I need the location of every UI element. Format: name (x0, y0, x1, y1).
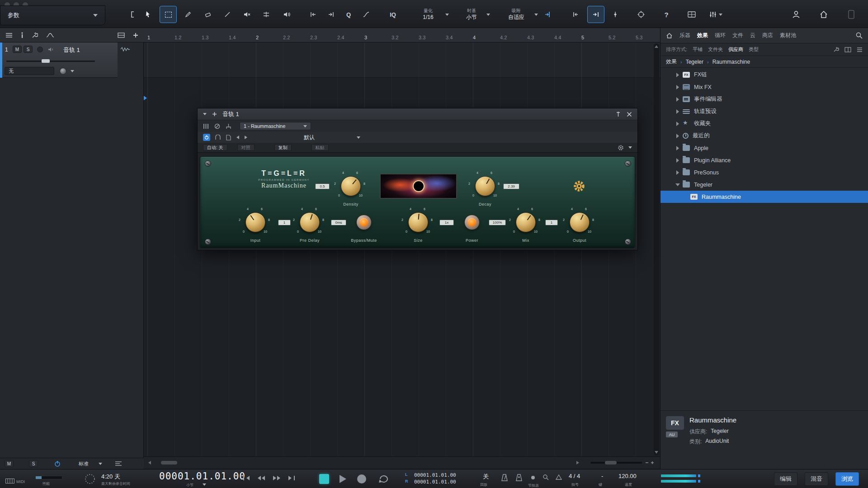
sort-option[interactable]: 平铺 (693, 46, 703, 53)
preset-dropdown[interactable]: 默认 (266, 134, 352, 141)
global-mute-button[interactable]: M (5, 460, 14, 467)
key-value[interactable]: - (601, 473, 603, 479)
tree-item-tegeler[interactable]: Tegeler (660, 178, 868, 191)
mix-value[interactable]: 100% (489, 220, 506, 225)
ruler[interactable]: 11.21.31.422.22.32.433.23.33.444.24.34.4… (144, 28, 660, 42)
copy-button[interactable]: 复制 (274, 144, 292, 151)
size-knob[interactable]: 0246810 (401, 205, 435, 239)
record-button[interactable] (357, 474, 366, 483)
bypass-all-icon[interactable] (214, 123, 220, 129)
pencil-tool-button[interactable] (179, 6, 197, 23)
input-value[interactable]: 1 (278, 220, 291, 225)
disclosure-triangle-icon[interactable] (676, 122, 679, 126)
tree-item-plugin-alliance[interactable]: Plugin Alliance (660, 154, 868, 166)
predelay-value[interactable]: 0ms (331, 220, 346, 225)
add-track-icon[interactable] (133, 33, 138, 38)
record-arm-button[interactable] (37, 47, 43, 52)
scroll-left-icon[interactable] (147, 460, 152, 465)
track-name[interactable]: 音轨 1 (63, 46, 80, 54)
snap-mode-dropdown[interactable]: 吸附 自适应 (495, 5, 541, 23)
track-list-options-icon[interactable] (115, 461, 122, 466)
disclosure-triangle-icon[interactable] (676, 158, 679, 163)
scroll-up-icon[interactable] (654, 44, 659, 49)
user-account-button[interactable] (788, 6, 805, 23)
play-button[interactable] (338, 474, 347, 484)
plugin-slot-dropdown[interactable]: 1 - Raummaschine (240, 122, 311, 130)
disclosure-triangle-icon[interactable] (675, 183, 680, 186)
scroll-down-icon[interactable] (654, 450, 659, 455)
loop-button[interactable] (378, 474, 390, 484)
input-activity-icon[interactable] (530, 474, 536, 481)
chevron-down-icon[interactable] (99, 463, 102, 465)
breadcrumb-item[interactable]: Raummaschine (712, 59, 750, 65)
window-menu-icon[interactable] (203, 113, 207, 115)
eraser-tool-button[interactable] (199, 6, 217, 23)
scroll-right-icon[interactable] (576, 460, 580, 465)
browse-view-button[interactable]: 浏览 (835, 472, 859, 486)
snap-toggle-button[interactable] (539, 6, 557, 23)
size-value[interactable]: 1x (439, 220, 454, 225)
density-knob[interactable]: 0246810 (334, 169, 368, 203)
tree-item-apple[interactable]: Apple (660, 142, 868, 154)
zoom-slider[interactable] (590, 462, 642, 464)
add-insert-icon[interactable] (212, 112, 217, 117)
browser-tab[interactable]: 素材池 (780, 32, 796, 39)
chevron-down-icon[interactable] (628, 146, 632, 149)
mix-view-button[interactable]: 混音 (805, 472, 828, 486)
zoom-slider-handle[interactable] (605, 461, 617, 465)
edit-view-button[interactable]: 编辑 (774, 472, 797, 486)
input-quantize-button[interactable]: IQ (384, 6, 401, 23)
prev-preset-icon[interactable] (236, 135, 240, 140)
browser-list-icon[interactable] (857, 47, 863, 52)
goto-end-button[interactable] (288, 475, 296, 481)
arrow-tool-button[interactable] (140, 6, 157, 23)
track-layout-icon[interactable] (118, 33, 125, 38)
mixer-view-button[interactable] (705, 6, 726, 23)
disclosure-triangle-icon[interactable] (676, 85, 679, 89)
home-tab-icon[interactable] (666, 33, 673, 39)
autoscroll-follow-button[interactable] (587, 6, 604, 23)
sort-option[interactable]: 供应商 (728, 46, 743, 53)
mix-knob[interactable]: 0246810 (509, 205, 543, 239)
line-tool-button[interactable] (219, 6, 236, 23)
track-lane[interactable] (144, 42, 660, 78)
tree-item-mix-fx[interactable]: Mix FX (660, 81, 868, 93)
quantize-button[interactable]: Q (340, 6, 357, 23)
quantize-value-dropdown[interactable]: 量化 1/16 (408, 5, 452, 23)
metronome-icon[interactable] (501, 474, 508, 482)
time-unit-label[interactable]: 小节 (186, 483, 193, 488)
pin-icon[interactable] (615, 111, 621, 117)
plugin-window-titlebar[interactable]: 音轨 1 (198, 108, 637, 120)
breadcrumb-root[interactable]: 效果 (666, 58, 677, 66)
tree-item-fx链[interactable]: FXFX链 (660, 69, 868, 81)
automation-icon[interactable] (46, 33, 54, 38)
cursor-marker-button[interactable] (607, 6, 624, 23)
hscroll-thumb[interactable] (161, 461, 177, 465)
quantize-left-icon[interactable] (305, 6, 322, 23)
power-button[interactable] (464, 215, 480, 230)
automation-mode-button[interactable]: 自动: 关 (203, 144, 227, 151)
target-button[interactable] (632, 6, 650, 23)
track-list-menu-icon[interactable] (5, 33, 13, 38)
tool-settings-icon[interactable] (32, 32, 38, 38)
autoscroll-start-button[interactable] (567, 6, 584, 23)
volume-slider-handle[interactable] (42, 59, 50, 63)
home-button[interactable] (815, 6, 832, 23)
track-mute-button[interactable]: M (13, 46, 22, 53)
device-settings-gear-icon[interactable] (573, 180, 585, 194)
tree-item-事件编辑器[interactable]: 事件编辑器 (660, 93, 868, 105)
precount-icon[interactable] (515, 474, 523, 482)
help-button[interactable]: ? (658, 6, 675, 23)
chevron-down-icon[interactable] (71, 70, 74, 72)
plugin-settings-gear-icon[interactable] (618, 145, 624, 151)
rewind-button[interactable] (257, 475, 266, 481)
input-knob[interactable]: 0246810 (238, 205, 273, 239)
sort-option[interactable]: 文件夹 (708, 46, 723, 53)
breadcrumb-vendor[interactable]: Tegeler (686, 59, 703, 65)
search-icon[interactable] (856, 32, 863, 39)
timestretch-icon[interactable] (555, 474, 562, 480)
sort-option[interactable]: 类型 (749, 46, 759, 53)
main-time-display[interactable]: 00001.01.01.00 (159, 471, 245, 482)
fast-forward-button[interactable] (272, 475, 281, 481)
insert-list-icon[interactable] (203, 123, 209, 129)
